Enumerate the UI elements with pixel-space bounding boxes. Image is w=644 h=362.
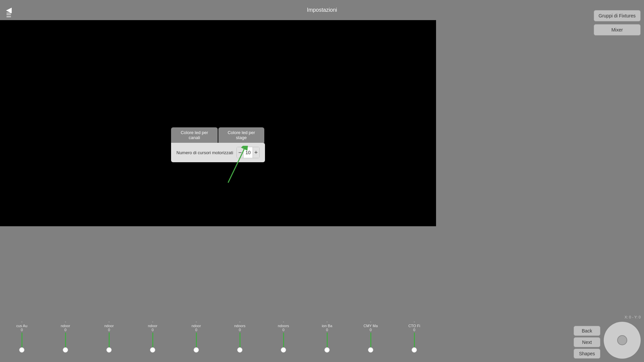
fader-track-container-8 — [369, 333, 373, 353]
right-panel: Gruppi di Fixtures Mixer — [594, 10, 641, 36]
fader-track-container-2 — [107, 333, 111, 353]
fader-handle-5[interactable] — [237, 347, 243, 353]
fader-track-container-5 — [238, 333, 242, 353]
tab-row: Colore led per canali Colore led per sta… — [171, 127, 265, 143]
fader-column-4: - ndoor 0 — [174, 318, 218, 354]
fader-value-1: 0 — [64, 328, 66, 332]
fader-track-container-7 — [325, 333, 329, 353]
fader-handle-0[interactable] — [19, 347, 24, 353]
tab-colore-stage[interactable]: Colore led per stage — [218, 127, 264, 143]
fader-name-9: CTO Fi — [408, 324, 420, 328]
fader-track-container-4 — [194, 333, 198, 353]
fader-track-container-0 — [20, 333, 24, 353]
fader-value-6: 0 — [282, 328, 284, 332]
hamburger-icon[interactable]: ☰ — [6, 11, 11, 19]
fader-top-4: - — [196, 319, 197, 323]
fader-name-7: ion Ba — [322, 324, 332, 328]
fader-name-2: ndoor — [104, 324, 114, 328]
fader-value-7: 0 — [326, 328, 328, 332]
fader-column-7: - ion Ba 0 — [305, 318, 349, 354]
fader-top-7: - — [326, 319, 328, 323]
fader-value-0: 0 — [21, 328, 23, 332]
xy-knob — [617, 335, 627, 345]
fader-handle-9[interactable] — [412, 347, 417, 353]
fader-name-6: ndoors — [278, 324, 289, 328]
fader-column-0: - cus Au 0 — [0, 318, 44, 354]
fader-top-2: - — [108, 319, 110, 323]
fader-column-5: - ndoors 0 — [218, 318, 262, 354]
fader-column-1: - ndoor 0 — [44, 318, 87, 354]
fader-handle-2[interactable] — [106, 347, 112, 353]
back-button[interactable]: Back — [574, 326, 600, 336]
xy-pad[interactable] — [604, 322, 641, 359]
fader-name-8: CMY Ma — [364, 324, 378, 328]
fader-handle-7[interactable] — [324, 347, 330, 353]
fader-value-2: 0 — [108, 328, 110, 332]
fader-column-2: - ndoor 0 — [87, 318, 131, 354]
xy-coordinates-label: X: 0 - Y: 0 — [625, 315, 641, 319]
fader-top-9: - — [414, 319, 415, 323]
fader-handle-1[interactable] — [63, 347, 68, 353]
center-popup: Colore led per canali Colore led per sta… — [171, 127, 265, 162]
shapes-button[interactable]: Shapes — [574, 349, 600, 359]
bottom-bar: - cus Au 0 - ndoor 0 - ndoor 0 - — [0, 317, 436, 362]
fader-name-3: ndoor — [148, 324, 157, 328]
fader-top-5: - — [239, 319, 240, 323]
increment-button[interactable]: + — [253, 147, 259, 158]
decrement-button[interactable]: − — [237, 147, 243, 158]
fader-handle-4[interactable] — [194, 347, 199, 353]
fader-handle-6[interactable] — [281, 347, 286, 353]
fader-value-4: 0 — [195, 328, 197, 332]
fader-track-container-3 — [151, 333, 155, 353]
fader-track-container-1 — [63, 333, 67, 353]
counter-label: Numero di cursori motorizzati — [176, 150, 233, 155]
fader-handle-3[interactable] — [150, 347, 155, 353]
fader-column-3: - ndoor 0 — [131, 318, 174, 354]
page-title: Impostazioni — [307, 7, 337, 13]
fader-top-3: - — [152, 319, 153, 323]
mixer-button[interactable]: Mixer — [594, 24, 641, 36]
fader-column-6: - ndoors 0 — [262, 318, 305, 354]
next-button[interactable]: Next — [574, 337, 600, 347]
bottom-right-area: X: 0 - Y: 0 Back Next Shapes — [577, 295, 644, 362]
counter-row: Numero di cursori motorizzati − 10 + — [171, 143, 265, 162]
main-canvas: Colore led per canali Colore led per sta… — [0, 20, 436, 226]
fader-top-0: - — [21, 319, 22, 323]
fader-value-8: 0 — [370, 328, 372, 332]
gruppi-fixtures-button[interactable]: Gruppi di Fixtures — [594, 10, 641, 21]
fader-name-1: ndoor — [61, 324, 70, 328]
fader-value-3: 0 — [152, 328, 154, 332]
fader-track-container-9 — [412, 333, 416, 353]
fader-top-1: - — [65, 319, 66, 323]
fader-track-container-6 — [281, 333, 285, 353]
fader-value-5: 0 — [239, 328, 241, 332]
fader-top-6: - — [283, 319, 284, 323]
fader-value-9: 0 — [413, 328, 415, 332]
top-bar: ◀ ☰ Impostazioni — [0, 0, 644, 20]
fader-name-4: ndoor — [192, 324, 201, 328]
fader-top-8: - — [370, 319, 371, 323]
fader-column-8: - CMY Ma 0 — [349, 318, 392, 354]
counter-value: 10 — [243, 147, 253, 158]
tab-colore-canali[interactable]: Colore led per canali — [171, 127, 218, 143]
fader-column-9: - CTO Fi 0 — [392, 318, 436, 354]
counter-controls: − 10 + — [236, 147, 260, 158]
fader-name-0: cus Au — [16, 324, 27, 328]
fader-handle-8[interactable] — [368, 347, 373, 353]
fader-name-5: ndoors — [234, 324, 246, 328]
